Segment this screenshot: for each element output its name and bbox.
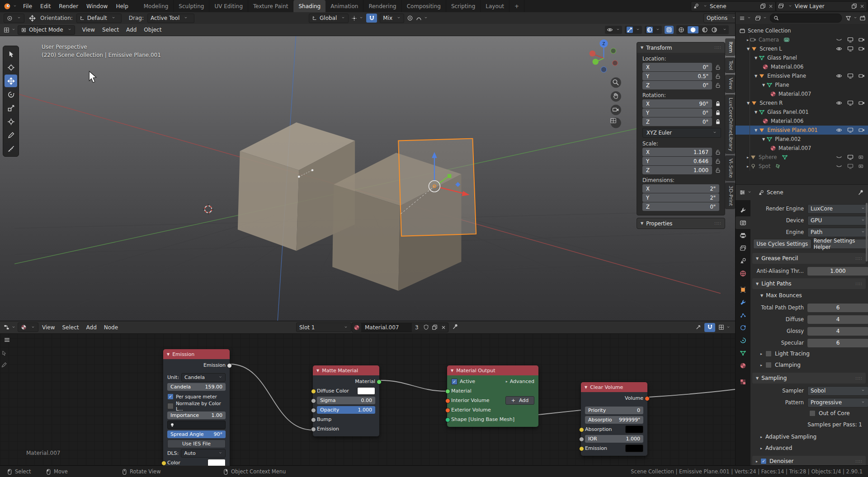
collapse-light-tracing[interactable]: ▸Light Tracing bbox=[760, 349, 810, 359]
slider-candela[interactable]: Candela159.00 bbox=[167, 383, 226, 391]
node-dropdown[interactable]: Candela bbox=[181, 373, 226, 382]
socket[interactable] bbox=[579, 446, 584, 451]
outliner-row[interactable]: ▼Plane.002 bbox=[736, 135, 868, 144]
tool-cursor-button[interactable] bbox=[5, 61, 17, 74]
axis-field[interactable]: Y0° bbox=[642, 108, 712, 117]
add-workspace-button[interactable]: + bbox=[509, 0, 524, 12]
viewport-3d[interactable]: Object ModeViewSelectAddObject bbox=[0, 24, 735, 321]
outliner-row[interactable]: Material.006 bbox=[736, 62, 868, 71]
pivot-point-dropdown[interactable] bbox=[4, 14, 24, 23]
scene-icon[interactable] bbox=[693, 3, 699, 9]
tab-scripting[interactable]: Scripting bbox=[446, 0, 481, 12]
tab-animation[interactable]: Animation bbox=[326, 0, 363, 12]
viewport-menu-add[interactable]: Add bbox=[123, 27, 140, 33]
eye-icon[interactable] bbox=[836, 100, 842, 106]
outliner-row[interactable]: ▼Screen L bbox=[736, 44, 868, 53]
eye-closed-icon[interactable] bbox=[836, 163, 842, 169]
duplicate-icon[interactable] bbox=[432, 324, 438, 330]
slider-ior[interactable]: IOR1.000 bbox=[585, 435, 643, 443]
tab-material-properties[interactable] bbox=[736, 359, 750, 372]
slider-priority[interactable]: Priority0 bbox=[585, 407, 643, 414]
node-menu-select[interactable]: Select bbox=[58, 324, 82, 331]
socket[interactable] bbox=[445, 417, 450, 422]
drag-dropdown[interactable]: Active Tool bbox=[147, 14, 194, 23]
hamburger-icon[interactable] bbox=[4, 337, 10, 345]
material-name-field[interactable]: Material.007 bbox=[361, 323, 412, 332]
color-swatch[interactable] bbox=[208, 459, 226, 466]
lock-icon[interactable] bbox=[715, 110, 721, 116]
close-icon[interactable] bbox=[768, 4, 774, 9]
axis-field[interactable]: Y0.5" bbox=[642, 72, 712, 80]
eye-icon[interactable] bbox=[836, 73, 842, 79]
cursor-tool-icon[interactable] bbox=[29, 15, 36, 22]
snap-with-dropdown[interactable]: Mix bbox=[380, 14, 404, 23]
tab-render-properties[interactable] bbox=[736, 216, 750, 229]
solid-shading-icon[interactable] bbox=[688, 26, 698, 33]
monitor-off-icon[interactable] bbox=[847, 163, 854, 169]
outliner-row[interactable]: ▼Screen R bbox=[736, 98, 868, 108]
pin-icon[interactable] bbox=[452, 323, 458, 331]
pin-icon[interactable] bbox=[858, 189, 864, 196]
filter-dropdown[interactable] bbox=[845, 15, 858, 21]
disclosure-triangle[interactable]: ▼ bbox=[755, 128, 757, 132]
outliner-row[interactable]: ▼Emissive Plane bbox=[736, 71, 868, 80]
camera-disabled-icon[interactable] bbox=[859, 163, 865, 169]
property-dropdown[interactable]: GPU bbox=[807, 216, 868, 225]
node-matte[interactable]: ▼Matte MaterialMaterialDiffuse ColorSigm… bbox=[313, 365, 379, 436]
monitor-icon[interactable] bbox=[847, 100, 854, 106]
outliner-row[interactable]: ▸Sphere bbox=[736, 153, 868, 162]
outliner-row[interactable]: Scene Collection bbox=[736, 26, 868, 35]
emissive-plane-selected[interactable] bbox=[398, 139, 476, 236]
use-cycles-settings-button[interactable]: Use Cycles Settings bbox=[753, 239, 811, 249]
camera-render-icon[interactable] bbox=[859, 46, 865, 52]
tab-texture-properties[interactable] bbox=[736, 375, 750, 388]
node-header[interactable]: ▼Clear Volume bbox=[581, 382, 647, 392]
editor-type-dropdown[interactable] bbox=[4, 27, 16, 33]
property-dropdown[interactable]: Progressive bbox=[807, 398, 868, 407]
checkbox[interactable]: ✓ bbox=[760, 458, 767, 464]
monitor-icon[interactable] bbox=[847, 46, 854, 52]
disclosure-triangle[interactable]: ▼ bbox=[762, 83, 765, 87]
socket[interactable] bbox=[311, 408, 316, 413]
menu-render[interactable]: Render bbox=[55, 0, 82, 12]
tab-constraints-properties[interactable] bbox=[736, 334, 750, 346]
camera-render-icon[interactable] bbox=[859, 127, 865, 133]
visibility-dropdown[interactable] bbox=[605, 26, 622, 34]
lock-open-icon[interactable] bbox=[715, 73, 721, 80]
display-mode-dropdown[interactable] bbox=[739, 15, 751, 21]
lock-open-icon[interactable] bbox=[715, 64, 721, 70]
axis-field[interactable]: Y0.646 bbox=[642, 157, 712, 165]
light-image-field[interactable] bbox=[167, 421, 226, 429]
axis-field[interactable]: Z0° bbox=[642, 117, 712, 126]
checkbox[interactable] bbox=[765, 351, 772, 357]
axis-field[interactable]: X0" bbox=[642, 63, 712, 71]
view-layer-selector[interactable]: View Layer bbox=[776, 1, 867, 11]
socket[interactable] bbox=[579, 437, 584, 442]
disclosure-triangle[interactable]: ▼ bbox=[755, 74, 757, 78]
wireframe-shading-icon[interactable] bbox=[678, 27, 684, 33]
scrollbar[interactable] bbox=[866, 203, 868, 262]
overlays-dropdown[interactable] bbox=[645, 26, 662, 34]
node-menu-add[interactable]: Add bbox=[83, 324, 100, 331]
checkbox-out-of-core[interactable] bbox=[809, 410, 816, 416]
checkbox-normalize-by-color-l-[interactable] bbox=[167, 403, 174, 409]
collapse-adaptive-sampling[interactable]: ▸Adaptive Sampling bbox=[760, 432, 816, 442]
menu-help[interactable]: Help bbox=[112, 0, 132, 12]
lock-icon[interactable] bbox=[715, 119, 721, 125]
tab-modifiers-properties[interactable] bbox=[736, 296, 750, 309]
tab-object-properties[interactable] bbox=[736, 283, 750, 296]
duplicate-icon[interactable] bbox=[851, 3, 857, 9]
orientation-dropdown[interactable]: Default bbox=[76, 14, 122, 23]
shader-type-dropdown[interactable] bbox=[18, 323, 38, 332]
editor-type-dropdown[interactable] bbox=[739, 189, 752, 196]
editor-type-dropdown[interactable] bbox=[4, 324, 16, 330]
lock-open-icon[interactable] bbox=[715, 82, 721, 89]
tool-transform-button[interactable] bbox=[5, 115, 17, 128]
scene-selector[interactable]: Scene bbox=[691, 1, 776, 11]
tool-annotate-button[interactable] bbox=[5, 129, 17, 141]
node-header[interactable]: ▼Emission bbox=[163, 349, 230, 359]
property-dropdown[interactable]: LuxCore bbox=[807, 204, 868, 214]
property-value-field[interactable]: 4 bbox=[807, 315, 868, 324]
outliner-row[interactable]: Material.007 bbox=[736, 144, 868, 153]
tab-rendering[interactable]: Rendering bbox=[363, 0, 401, 12]
